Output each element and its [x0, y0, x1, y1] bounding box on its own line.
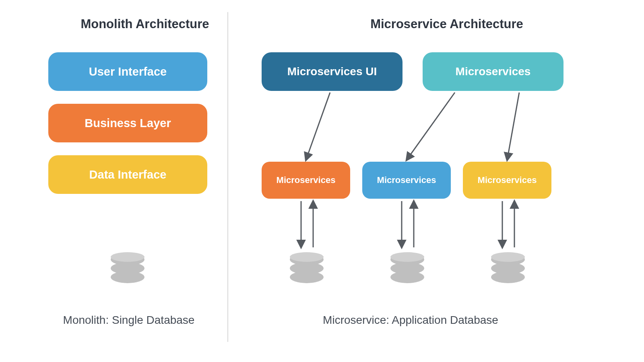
database-icon — [491, 253, 525, 286]
arrow-ui-to-svc1 — [306, 93, 330, 160]
database-icon — [390, 253, 424, 286]
vertical-divider — [227, 12, 228, 342]
heading-monolith: Monolith Architecture — [52, 17, 237, 31]
diagram-stage: Monolith Architecture Microservice Archi… — [0, 0, 644, 362]
microservice-group-box: Microservices — [423, 52, 564, 91]
database-icon — [111, 253, 144, 286]
heading-microservice: Microservice Architecture — [354, 17, 539, 31]
monolith-layer-data: Data Interface — [48, 155, 207, 194]
microservice-ui-box: Microservices UI — [262, 52, 402, 91]
database-icon — [290, 253, 324, 286]
arrow-group-to-svc2 — [407, 93, 455, 160]
caption-microservice: Microservice: Application Database — [282, 314, 539, 327]
arrow-group-to-svc3 — [507, 93, 519, 160]
monolith-layer-business: Business Layer — [48, 104, 207, 142]
monolith-layer-ui: User Interface — [48, 52, 207, 91]
caption-monolith: Monolith: Single Database — [44, 314, 213, 327]
microservice-box-2: Microservices — [362, 162, 451, 199]
microservice-box-3: Microservices — [463, 162, 551, 199]
microservice-box-1: Microservices — [262, 162, 350, 199]
